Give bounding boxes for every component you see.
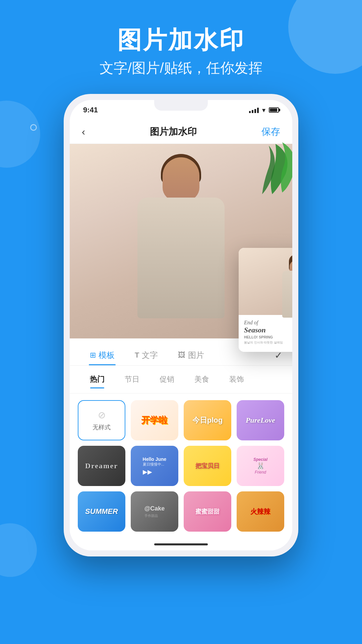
cat-tab-decor[interactable]: 装饰 [219, 372, 254, 387]
preview-card: End of Season HELLO! SPRING 봄날의 인사와 따뜻한 … [239, 248, 292, 352]
app-title: 图片加水印 [150, 125, 197, 138]
preview-mini-person [279, 251, 292, 315]
sticker-grid: ⊘ 无样式 开学啦 今日plog PureLove [70, 393, 292, 538]
home-indicator [70, 538, 292, 550]
preview-small-text: 봄날의 인사와 따뜻한 설레임 [244, 340, 292, 345]
text-icon: T [135, 351, 139, 360]
phone-inner: 9:41 ▾ ‹ 图片加水印 保存 [70, 100, 292, 550]
tab-template-label: 模板 [99, 350, 115, 361]
header-section: 图片加水印 文字/图片/贴纸，任你发挥 [0, 0, 362, 77]
header-subtitle: 文字/图片/贴纸，任你发挥 [0, 59, 362, 77]
sticker-no-style[interactable]: ⊘ 无样式 [78, 400, 125, 440]
sticker-mimi-label: 蜜蜜甜甜 [195, 507, 220, 516]
sticker-love[interactable]: PureLove [237, 400, 284, 440]
preview-line1: End of [244, 320, 292, 326]
sticker-baobao[interactable]: 把宝贝日 [184, 446, 231, 486]
image-icon: 🖼 [178, 351, 185, 360]
sticker-hello-june-sub: 夏日慢慢中... [143, 462, 167, 467]
save-button[interactable]: 保存 [261, 125, 280, 138]
signal-bars-icon [249, 107, 259, 113]
sticker-hello-june[interactable]: Hello June 夏日慢慢中... ▶▶ [131, 446, 178, 486]
no-style-label: 无样式 [93, 423, 111, 431]
status-icons: ▾ [249, 106, 279, 114]
cat-tab-food[interactable]: 美食 [184, 372, 219, 387]
cat-tab-hot[interactable]: 热门 [80, 372, 115, 387]
no-style-icon: ⊘ [98, 410, 106, 421]
category-tab-bar: 热门 节日 促销 美食 装饰 [70, 366, 292, 393]
bg-circle-left [0, 101, 40, 168]
sticker-love-label: PureLove [246, 416, 275, 425]
status-time: 9:41 [83, 106, 98, 114]
sticker-mimi[interactable]: 蜜蜜甜甜 [184, 491, 231, 532]
sticker-baobao-label: 把宝贝日 [195, 462, 220, 470]
tab-text-label: 文字 [142, 350, 158, 361]
sticker-plog[interactable]: 今日plog [184, 400, 231, 440]
sticker-cake-label: @Cake [144, 505, 165, 512]
battery-icon [269, 107, 279, 113]
palm-leaf-icon [245, 141, 292, 194]
template-icon: ⊞ [90, 351, 96, 360]
cat-tab-promo[interactable]: 促销 [149, 372, 184, 387]
sticker-special[interactable]: Special 🐰 Friend [237, 446, 284, 486]
notch [154, 100, 208, 111]
sticker-kaixue[interactable]: 开学啦 [131, 400, 178, 440]
person-head [163, 157, 199, 201]
bg-dot [30, 124, 37, 131]
tab-image[interactable]: 🖼 图片 [168, 345, 214, 365]
phone-outer: 9:41 ▾ ‹ 图片加水印 保存 [64, 94, 298, 556]
sticker-dreamer[interactable]: Dreamer [78, 446, 125, 486]
sticker-hello-june-label: Hello June [143, 457, 167, 462]
tab-text[interactable]: T 文字 [125, 345, 168, 365]
cat-tab-holiday[interactable]: 节日 [115, 372, 149, 387]
sticker-cake[interactable]: @Cake 手作甜品 [131, 491, 178, 532]
status-bar: 9:41 ▾ [70, 100, 292, 120]
back-button[interactable]: ‹ [82, 126, 85, 138]
phone-mockup: 9:41 ▾ ‹ 图片加水印 保存 [64, 94, 298, 556]
tab-template[interactable]: ⊞ 模板 [80, 345, 125, 365]
sticker-dreamer-label: Dreamer [85, 462, 118, 470]
sticker-spicy-label: 火辣辣 [250, 507, 270, 516]
tab-image-label: 图片 [188, 350, 204, 361]
sticker-summer[interactable]: SUMMER [78, 491, 125, 532]
preview-line2: Season [244, 326, 292, 334]
sticker-special-label: Special [253, 457, 267, 462]
person-figure [127, 151, 235, 338]
bottom-toolbar: ⊞ 模板 T 文字 🖼 图片 ✓ 热门 节日 [70, 338, 292, 550]
preview-photo-area [239, 248, 292, 315]
home-bar [154, 543, 208, 545]
person-coat [137, 198, 225, 318]
sticker-summer-label: SUMMER [85, 507, 118, 516]
sticker-kaixue-label: 开学啦 [141, 415, 168, 426]
header-title: 图片加水印 [0, 27, 362, 53]
preview-line3: HELLO! SPRING [244, 335, 292, 339]
image-canvas: End of Season HELLO! SPRING 봄날의 인사와 따뜻한 … [70, 144, 292, 338]
bg-circle-bottom-left [0, 523, 37, 577]
sticker-spicy[interactable]: 火辣辣 [237, 491, 284, 532]
sticker-plog-label: 今日plog [192, 415, 223, 425]
preview-text-area: End of Season HELLO! SPRING 봄날의 인사와 따뜻한 … [239, 315, 292, 350]
wifi-icon: ▾ [262, 106, 265, 114]
